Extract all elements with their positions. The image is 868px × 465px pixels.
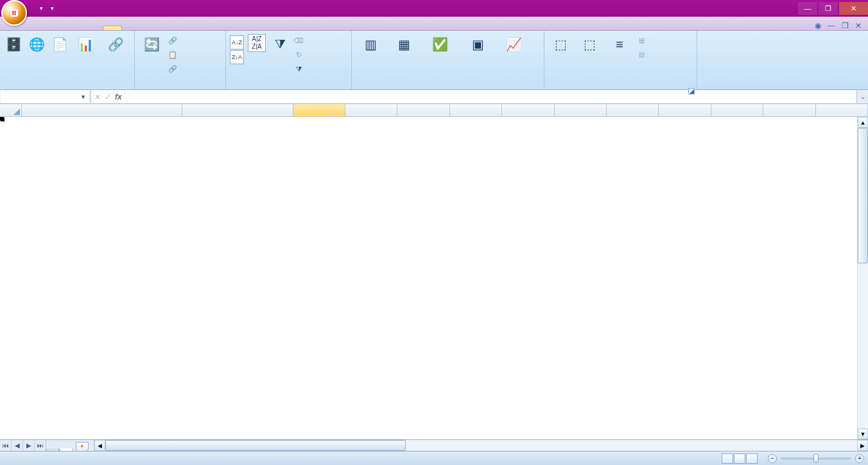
properties-button[interactable]: 📋 xyxy=(168,48,180,61)
sort-asc-button[interactable]: A↓Z xyxy=(230,35,244,49)
connections-button[interactable]: 🔗 xyxy=(168,34,180,47)
from-web-button[interactable]: 🌐 xyxy=(26,33,49,57)
tab-review[interactable] xyxy=(122,26,140,30)
status-bar: − + xyxy=(0,451,868,465)
tab-insert[interactable] xyxy=(49,26,67,30)
maximize-button[interactable]: ❐ xyxy=(819,2,838,15)
filter-button[interactable]: ⧩ xyxy=(268,33,291,57)
minimize-ribbon-icon[interactable]: — xyxy=(828,21,835,30)
office-button[interactable]: ⊞ xyxy=(1,0,27,26)
col-header-G[interactable] xyxy=(502,104,554,116)
group-button[interactable]: ⬚ xyxy=(547,33,574,57)
scroll-down-button[interactable]: ▼ xyxy=(858,428,868,439)
tab-data[interactable] xyxy=(103,26,122,30)
restore-workbook-icon[interactable]: ❐ xyxy=(842,21,849,30)
tab-acrobat[interactable] xyxy=(158,26,176,30)
hscroll-thumb[interactable] xyxy=(105,440,406,451)
col-header-D[interactable] xyxy=(345,104,397,116)
outline-dialog-launcher[interactable]: ◢ xyxy=(688,88,695,94)
sheet-nav-prev-icon[interactable]: ◀ xyxy=(12,440,23,451)
refresh-all-button[interactable]: 🔄 xyxy=(137,33,166,57)
data-validation-button[interactable]: ✅ xyxy=(421,33,458,57)
from-other-sources-button[interactable]: 📊 xyxy=(71,33,100,57)
scroll-up-button[interactable]: ▲ xyxy=(858,117,868,128)
col-header-J[interactable] xyxy=(659,104,711,116)
zoom-in-button[interactable]: + xyxy=(855,454,864,463)
sheet-tab-0[interactable] xyxy=(46,448,60,452)
col-header-L[interactable] xyxy=(763,104,815,116)
zoom-slider[interactable] xyxy=(781,457,851,460)
close-button[interactable]: ✕ xyxy=(839,2,868,15)
close-workbook-icon[interactable]: ✕ xyxy=(855,21,862,30)
group-sort-filter xyxy=(226,87,351,89)
col-header-B[interactable] xyxy=(182,104,293,116)
col-header-A[interactable] xyxy=(22,104,182,116)
vertical-scrollbar[interactable]: ▲ ▼ xyxy=(857,117,868,439)
col-header-K[interactable] xyxy=(711,104,763,116)
tab-page-layout[interactable] xyxy=(67,26,85,30)
horizontal-scrollbar[interactable]: ◀ ▶ xyxy=(94,440,868,451)
help-icon[interactable]: ◉ xyxy=(815,21,821,30)
ungroup-button[interactable]: ⬚ xyxy=(574,33,605,57)
text-to-columns-button[interactable]: ▥ xyxy=(354,33,386,57)
minimize-button[interactable]: — xyxy=(798,2,817,15)
from-access-button[interactable]: 🗄️ xyxy=(3,33,26,57)
select-all-button[interactable] xyxy=(0,104,22,116)
reapply-button[interactable]: ↻ xyxy=(294,48,306,61)
clear-filter-button[interactable]: ⌫ xyxy=(294,34,306,47)
zoom-slider-thumb[interactable] xyxy=(813,454,819,463)
advanced-filter-button[interactable]: ⧩ xyxy=(294,62,306,75)
col-header-E[interactable] xyxy=(397,104,449,116)
view-normal-button[interactable] xyxy=(722,453,733,464)
qat-undo-dropdown-icon[interactable]: ▾ xyxy=(40,5,43,12)
formula-input[interactable] xyxy=(129,92,852,101)
tab-view[interactable] xyxy=(140,26,158,30)
what-if-button[interactable]: 📈 xyxy=(497,33,530,57)
col-header-F[interactable] xyxy=(450,104,502,116)
consolidate-button[interactable]: ▣ xyxy=(458,33,497,57)
name-box-input[interactable] xyxy=(4,92,80,101)
insert-function-button[interactable]: fx xyxy=(115,92,122,101)
subtotal-button[interactable]: ≡ xyxy=(605,33,634,57)
view-page-break-button[interactable] xyxy=(746,453,758,464)
sheet-tab-bar: ⏮ ◀ ▶ ⏭ ✦ ◀ ▶ xyxy=(0,439,868,451)
from-text-button[interactable]: 📄 xyxy=(48,33,71,57)
edit-links-button[interactable]: 🔗 xyxy=(168,62,180,75)
qat-customize-icon[interactable]: ▾ xyxy=(51,5,54,12)
scroll-left-button[interactable]: ◀ xyxy=(94,440,105,451)
active-cell-cursor xyxy=(0,117,4,121)
zoom-out-button[interactable]: − xyxy=(768,454,777,463)
formula-bar: ▼ ✕ ✓ fx ⌄ xyxy=(0,90,868,104)
remove-duplicates-button[interactable]: ▦ xyxy=(386,33,421,57)
name-box-dropdown-icon[interactable]: ▼ xyxy=(80,94,86,100)
spreadsheet-grid[interactable]: ▲ ▼ xyxy=(0,104,868,439)
sort-icon: A|ZZ|A xyxy=(248,34,266,52)
edit-links-icon: 🔗 xyxy=(168,64,177,73)
ungroup-icon: ⬚ xyxy=(579,34,600,55)
new-sheet-button[interactable]: ✦ xyxy=(76,442,89,452)
group-outline: ◢ xyxy=(544,87,697,89)
hide-detail-button[interactable]: ⊟ xyxy=(637,48,648,61)
vscroll-thumb[interactable] xyxy=(858,128,868,263)
tab-home[interactable] xyxy=(31,26,49,30)
expand-formula-bar-icon[interactable]: ⌄ xyxy=(856,90,868,103)
sheet-nav-first-icon[interactable]: ⏮ xyxy=(0,440,12,451)
sheet-tab-1[interactable] xyxy=(59,448,73,452)
sort-button[interactable]: A|ZZ|A xyxy=(245,33,268,55)
col-header-I[interactable] xyxy=(607,104,659,116)
connections-icon: 🔗 xyxy=(106,34,126,55)
group-connections xyxy=(135,87,225,89)
plus-icon: ⊞ xyxy=(637,36,646,45)
view-page-layout-button[interactable] xyxy=(734,453,745,464)
scroll-right-button[interactable]: ▶ xyxy=(857,440,868,451)
show-detail-button[interactable]: ⊞ xyxy=(637,34,648,47)
sheet-nav-last-icon[interactable]: ⏭ xyxy=(35,440,46,451)
col-header-C[interactable] xyxy=(293,104,345,116)
existing-connections-button[interactable]: 🔗 xyxy=(100,33,132,57)
sort-desc-button[interactable]: Z↓A xyxy=(230,50,244,64)
col-header-H[interactable] xyxy=(555,104,607,116)
sheet-nav-next-icon[interactable]: ▶ xyxy=(23,440,35,451)
name-box[interactable]: ▼ xyxy=(1,91,91,103)
tab-formulas[interactable] xyxy=(85,26,103,30)
col-header-M[interactable] xyxy=(816,104,868,116)
